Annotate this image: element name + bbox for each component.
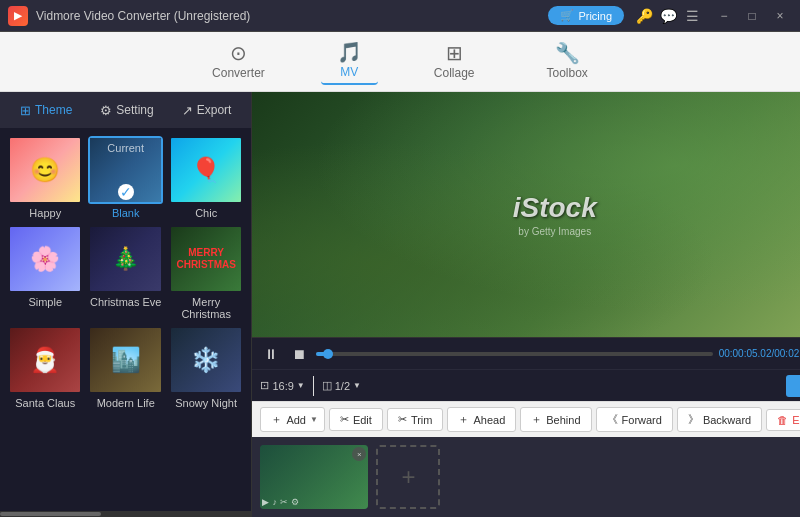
timeline-clip-1[interactable]: × ▶ ♪ ✂ ⚙	[260, 445, 368, 509]
theme-item-christmas[interactable]: 🎄 Christmas Eve	[88, 225, 162, 320]
ratio-icon: ⊡	[260, 379, 269, 392]
trash-icon: 🗑	[777, 414, 788, 426]
maximize-button[interactable]: □	[740, 7, 764, 25]
theme-chic-thumb: 🎈	[171, 138, 241, 202]
video-preview: iStock by Getty Images	[252, 92, 800, 337]
forward-button[interactable]: 《 Forward	[596, 407, 673, 432]
seek-bar[interactable]	[316, 352, 712, 356]
right-panel: iStock by Getty Images ⏸ ⏹ 00:00:05.02/0…	[252, 92, 800, 517]
empty-button[interactable]: 🗑 Empty	[766, 409, 800, 431]
main-tabbar: ⊙ Converter 🎵 MV ⊞ Collage 🔧 Toolbox	[0, 32, 800, 92]
add-icon: ＋	[271, 412, 282, 427]
selected-check: ✓	[118, 184, 134, 200]
istock-logo: iStock	[513, 192, 597, 224]
tab-mv[interactable]: 🎵 MV	[321, 38, 378, 85]
setting-icon: ⚙	[100, 103, 112, 118]
page-chevron: ▼	[353, 381, 361, 390]
theme-item-modernlife[interactable]: 🏙️ Modern Life	[88, 326, 162, 409]
bottom-toolbar: ＋ Add ▼ ✂ Edit ✂ Trim ＋ Ahead ＋ Behind 《	[252, 401, 800, 437]
sub-tab-setting[interactable]: ⚙ Setting	[88, 99, 165, 122]
add-arrow-icon: ▼	[310, 415, 318, 424]
theme-item-santa[interactable]: 🎅 Santa Claus	[8, 326, 82, 409]
main-area: ⊞ Theme ⚙ Setting ↗ Export 😊 Happ	[0, 92, 800, 517]
export-button[interactable]: Export	[786, 375, 800, 397]
ahead-button[interactable]: ＋ Ahead	[447, 407, 516, 432]
app-icon: ▶	[8, 6, 28, 26]
timeline-add-button[interactable]: +	[376, 445, 440, 509]
page-icon: ◫	[322, 379, 332, 392]
tab-toolbox[interactable]: 🔧 Toolbox	[531, 39, 604, 84]
sub-tab-export[interactable]: ↗ Export	[170, 99, 244, 122]
key-icon-btn[interactable]: 🔑	[632, 4, 656, 28]
pause-button[interactable]: ⏸	[260, 343, 282, 365]
ratio-chevron: ▼	[297, 381, 305, 390]
istock-subtitle: by Getty Images	[518, 226, 591, 237]
theme-item-simple[interactable]: 🌸 Simple	[8, 225, 82, 320]
theme-modern-thumb: 🏙️	[90, 328, 160, 392]
theme-scrollbar[interactable]	[0, 511, 251, 517]
backward-button[interactable]: 》 Backward	[677, 407, 762, 432]
clip-controls: ▶ ♪ ✂ ⚙	[262, 497, 299, 507]
collage-icon: ⊞	[446, 43, 463, 63]
scrollbar-thumb	[0, 512, 101, 516]
titlebar: ▶ Vidmore Video Converter (Unregistered)…	[0, 0, 800, 32]
pricing-button[interactable]: 🛒 Pricing	[548, 6, 624, 25]
behind-icon: ＋	[531, 412, 542, 427]
scissors-icon: ✂	[280, 497, 288, 507]
edit-button[interactable]: ✂ Edit	[329, 408, 383, 431]
time-display: 00:00:05.02/00:02:31.14	[719, 348, 800, 359]
page-display[interactable]: ◫ 1/2 ▼	[322, 379, 361, 392]
settings-icon: ⚙	[291, 497, 299, 507]
cart-icon: 🛒	[560, 9, 574, 22]
theme-santa-thumb: 🎅	[10, 328, 80, 392]
trim-button[interactable]: ✂ Trim	[387, 408, 444, 431]
stop-button[interactable]: ⏹	[288, 343, 310, 365]
theme-item-happy[interactable]: 😊 Happy	[8, 136, 82, 219]
converter-icon: ⊙	[230, 43, 247, 63]
preview-overlay: iStock by Getty Images	[252, 92, 800, 337]
theme-merrychristmas-thumb: MERRYCHRISTMAS	[171, 227, 241, 291]
play-icon: ▶	[262, 497, 269, 507]
theme-item-snowynight[interactable]: ❄️ Snowy Night	[169, 326, 243, 409]
theme-icon: ⊞	[20, 103, 31, 118]
sub-tab-theme[interactable]: ⊞ Theme	[8, 99, 84, 122]
minimize-button[interactable]: −	[712, 7, 736, 25]
theme-item-chic[interactable]: 🎈 Chic	[169, 136, 243, 219]
timeline: × ▶ ♪ ✂ ⚙ +	[252, 437, 800, 517]
theme-snowy-thumb: ❄️	[171, 328, 241, 392]
left-panel: ⊞ Theme ⚙ Setting ↗ Export 😊 Happ	[0, 92, 252, 517]
video-controls-bar: ⏸ ⏹ 00:00:05.02/00:02:31.14 🔊	[252, 337, 800, 369]
sub-tabbar: ⊞ Theme ⚙ Setting ↗ Export	[0, 92, 251, 128]
theme-item-merrychristmas[interactable]: MERRYCHRISTMAS Merry Christmas	[169, 225, 243, 320]
export-icon: ↗	[182, 103, 193, 118]
add-button[interactable]: ＋ Add ▼	[260, 407, 325, 432]
backward-icon: 》	[688, 412, 699, 427]
tab-collage[interactable]: ⊞ Collage	[418, 39, 491, 84]
tab-converter[interactable]: ⊙ Converter	[196, 39, 281, 84]
theme-item-blank[interactable]: Current ✓ Blank	[88, 136, 162, 219]
progress-thumb	[323, 349, 333, 359]
ahead-icon: ＋	[458, 412, 469, 427]
trim-icon: ✂	[398, 413, 407, 426]
toolbox-icon: 🔧	[555, 43, 580, 63]
mv-icon: 🎵	[337, 42, 362, 62]
behind-button[interactable]: ＋ Behind	[520, 407, 591, 432]
theme-happy-thumb: 😊	[10, 138, 80, 202]
theme-christmas-thumb: 🎄	[90, 227, 160, 291]
edit-icon: ✂	[340, 413, 349, 426]
ratio-select[interactable]: ⊡ 16:9 ▼	[260, 379, 304, 392]
close-button[interactable]: ×	[768, 7, 792, 25]
app-title: Vidmore Video Converter (Unregistered)	[36, 9, 548, 23]
theme-simple-thumb: 🌸	[10, 227, 80, 291]
window-controls: − □ ×	[712, 7, 792, 25]
theme-grid: 😊 Happy Current ✓ Blank �	[0, 128, 251, 511]
forward-icon: 《	[607, 412, 618, 427]
separator	[313, 376, 314, 396]
controls-row2: ⊡ 16:9 ▼ ◫ 1/2 ▼ Export	[252, 369, 800, 401]
chat-icon-btn[interactable]: 💬	[656, 4, 680, 28]
sound-icon: ♪	[272, 497, 277, 507]
menu-icon-btn[interactable]: ☰	[680, 4, 704, 28]
